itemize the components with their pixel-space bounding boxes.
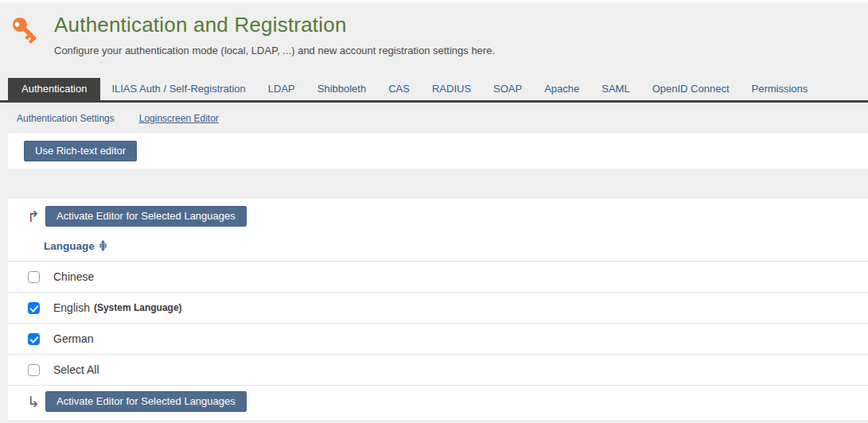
apply-to-bottom-arrow-icon: ↳ <box>27 394 45 409</box>
tab-ldap[interactable]: LDAP <box>257 78 306 100</box>
tab-soap[interactable]: SOAP <box>482 78 533 100</box>
system-language-note: (System Language) <box>94 302 182 313</box>
table-command-row-bottom: ↳ Activate Editor for Selected Languages <box>8 386 868 420</box>
page-header: Authentication and Registration Configur… <box>0 5 868 78</box>
language-label: German <box>53 332 94 345</box>
table-command-row-top: ↱ Activate Editor for Selected Languages <box>8 199 868 232</box>
checkbox-select-all[interactable] <box>28 364 40 376</box>
subtab-loginscreen-editor[interactable]: Loginscreen Editor <box>139 113 219 124</box>
tab-bar: Authentication ILIAS Auth / Self-Registr… <box>0 78 868 103</box>
activate-editor-button-bottom[interactable]: Activate Editor for Selected Languages <box>45 391 247 412</box>
activate-editor-button-top[interactable]: Activate Editor for Selected Languages <box>45 206 247 227</box>
page-subtitle: Configure your authentication mode (loca… <box>54 45 868 56</box>
table-row-chinese: Chinese <box>8 262 868 293</box>
table-row-english: English (System Language) <box>8 293 868 324</box>
tab-radius[interactable]: RADIUS <box>421 78 482 100</box>
tab-openid-connect[interactable]: OpenID Connect <box>641 78 741 100</box>
use-rich-text-editor-button[interactable]: Use Rich-text editor <box>24 141 137 161</box>
authentication-settings-page: Authentication and Registration Configur… <box>0 0 868 423</box>
tab-ilias-auth-self-registration[interactable]: ILIAS Auth / Self-Registration <box>100 78 256 100</box>
tab-shibboleth[interactable]: Shibboleth <box>306 78 377 100</box>
tab-permissions[interactable]: Permissions <box>741 78 819 100</box>
page-title: Authentication and Registration <box>54 13 868 37</box>
editor-mode-panel: Use Rich-text editor <box>8 134 868 169</box>
tab-apache[interactable]: Apache <box>533 78 590 100</box>
language-label: Select All <box>53 363 99 376</box>
subtab-authentication-settings[interactable]: Authentication Settings <box>17 113 115 124</box>
panel-gap <box>0 169 868 199</box>
sort-icon[interactable] <box>99 240 107 254</box>
language-column-header[interactable]: Language <box>44 239 107 254</box>
tab-saml[interactable]: SAML <box>590 78 640 100</box>
table-header-row: Language <box>8 232 868 262</box>
tab-authentication[interactable]: Authentication <box>8 78 100 100</box>
tab-cas[interactable]: CAS <box>377 78 421 100</box>
subtab-bar: Authentication Settings Loginscreen Edit… <box>0 103 868 134</box>
checkbox-german[interactable] <box>28 333 40 345</box>
apply-to-top-arrow-icon: ↱ <box>27 208 45 224</box>
checkbox-chinese[interactable] <box>28 271 40 283</box>
key-icon <box>10 14 41 46</box>
language-label: English <box>53 301 90 314</box>
language-table: ↱ Activate Editor for Selected Languages… <box>8 199 868 420</box>
table-row-german: German <box>8 324 868 355</box>
language-label: Chinese <box>53 270 94 283</box>
table-row-select-all: Select All <box>8 355 868 386</box>
checkbox-english[interactable] <box>28 302 40 314</box>
language-column-label: Language <box>44 240 95 252</box>
